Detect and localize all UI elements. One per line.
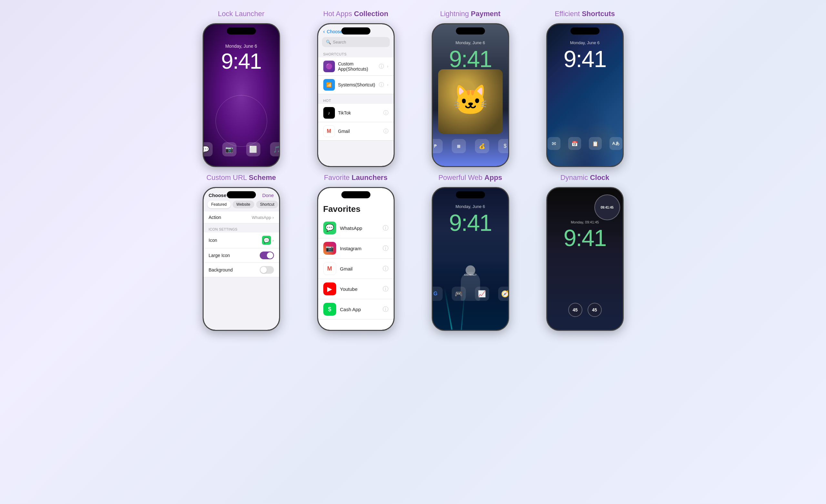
- action-row[interactable]: Action WhatsApp ›: [203, 211, 279, 224]
- webapp-date: Monday, June 6: [456, 204, 485, 209]
- phone-screen-2: ‹ Choose Action 🔍 Search SHORTCUTS 🟣 Cus…: [318, 24, 394, 166]
- card-hot-apps: Hot Apps Collection ‹ Choose Action 🔍 Se…: [302, 10, 410, 167]
- custom-app-name: Custom App(Shortcuts): [338, 61, 375, 72]
- favorites-screen: Favorites 💬 WhatsApp ⓘ 📷 Instagram ⓘ M G…: [318, 188, 394, 330]
- fav-row-instagram[interactable]: 📷 Instagram ⓘ: [318, 238, 394, 259]
- payment-icon-2: ▦: [452, 139, 466, 153]
- phone-screen-7: Monday, June 6 9:41 ANOMALY: [433, 188, 508, 330]
- info-icon-systems: ⓘ: [379, 81, 384, 88]
- lightning-screen: Monday, June 6 9:41 🐱 ₱ ▦ 💰 $: [433, 24, 508, 166]
- card-dynamic-clock: Dynamic Clock 09:41:45 Monday, 09:41:45 …: [531, 174, 639, 331]
- fav-gmail-icon: M: [323, 262, 336, 275]
- arrow-icon-systems: ›: [387, 82, 389, 87]
- card-custom-url: Custom URL Scheme Choose Action Done Fea…: [187, 174, 295, 331]
- dynamic-date: Monday, 09:41:45: [571, 220, 599, 224]
- whatsapp-icon-preview: 💬: [262, 236, 271, 245]
- fav-row-youtube[interactable]: ▶ Youtube ⓘ: [318, 279, 394, 299]
- phone-screen-8: 09:41:45 Monday, 09:41:45 9:41 45 45: [547, 188, 623, 330]
- shortcuts-date: Monday, June 6: [570, 40, 600, 45]
- action-label: Action: [209, 215, 221, 220]
- tab-shortcut[interactable]: Shortcut: [256, 201, 279, 208]
- back-arrow-icon: ‹: [323, 29, 325, 35]
- fav-instagram-name: Instagram: [340, 246, 379, 251]
- fav-instagram-icon: 📷: [323, 242, 336, 255]
- fav-row-whatsapp[interactable]: 💬 WhatsApp ⓘ: [318, 218, 394, 238]
- fav-gmail-info: ⓘ: [383, 265, 389, 272]
- icon-settings-label: ICON SETTINGS: [203, 224, 279, 233]
- dynamic-badge-2: 45: [588, 303, 602, 317]
- card-title-6: Favorite Launchers: [324, 174, 388, 182]
- shortcut-icon-translate: Aあ: [609, 137, 623, 150]
- shortcut-icon-notes: 📋: [589, 137, 602, 150]
- notch-2: [341, 27, 370, 35]
- phone-frame-7: Monday, June 6 9:41 ANOMALY: [432, 187, 509, 331]
- card-favorites: Favorite Launchers Favorites 💬 WhatsApp …: [302, 174, 410, 331]
- card-title-4: Efficient Shortcuts: [555, 10, 615, 18]
- gmail-icon: M: [323, 125, 335, 137]
- phone-frame-4: Monday, June 6 9:41 ✉ 📅 📋 Aあ: [546, 23, 624, 167]
- card-title-7: Powerful Web Apps: [438, 174, 503, 182]
- background-row[interactable]: Background: [203, 263, 279, 277]
- background-toggle[interactable]: [260, 266, 274, 274]
- done-button[interactable]: Done: [262, 192, 274, 198]
- custom-url-screen: Choose Action Done Featured Website Shor…: [203, 188, 279, 330]
- app-row-custom[interactable]: 🟣 Custom App(Shortcuts) ⓘ ›: [318, 57, 394, 76]
- notch-6: [341, 191, 370, 198]
- lightning-time: 9:41: [449, 46, 491, 72]
- webapp-icon-game: 🎮: [452, 287, 466, 301]
- custom-app-icon: 🟣: [323, 61, 335, 72]
- webapp-icon-g: G: [433, 287, 443, 301]
- app-row-systems[interactable]: 📶 Systems(Shortcut) ⓘ ›: [318, 76, 394, 94]
- large-icon-toggle[interactable]: [260, 252, 274, 259]
- info-icon-tiktok: ⓘ: [383, 110, 389, 116]
- tiktok-name: TikTok: [338, 110, 380, 115]
- card-lock-launcher: Lock Launcher Monday, June 6 9:41 💬 📷 ⬜ …: [187, 10, 295, 167]
- fav-youtube-name: Youtube: [340, 286, 379, 292]
- info-icon-gmail: ⓘ: [383, 128, 389, 135]
- background-label: Background: [209, 267, 233, 272]
- lock-icon-whatsapp: 💬: [203, 142, 213, 156]
- card-title-8: Dynamic Clock: [560, 174, 609, 182]
- notch-4: [571, 27, 599, 35]
- icon-row[interactable]: Icon 💬 ›: [203, 233, 279, 248]
- phone-frame-5: Choose Action Done Featured Website Shor…: [202, 187, 280, 331]
- phone-screen-1: Monday, June 6 9:41 💬 📷 ⬜ 🎵: [203, 24, 279, 166]
- large-icon-row[interactable]: Large Icon: [203, 248, 279, 263]
- shortcuts-screen: Monday, June 6 9:41 ✉ 📅 📋 Aあ: [547, 24, 623, 166]
- lock-launcher-screen: Monday, June 6 9:41 💬 📷 ⬜ 🎵: [203, 24, 279, 166]
- fav-instagram-info: ⓘ: [383, 244, 389, 252]
- cat-image: 🐱: [438, 69, 503, 134]
- app-row-tiktok[interactable]: ♪ TikTok ⓘ: [318, 104, 394, 122]
- action-arrow-icon: ›: [272, 215, 274, 220]
- notch-7: [456, 191, 485, 198]
- fav-row-gmail[interactable]: M Gmail ⓘ: [318, 259, 394, 279]
- hot-apps-screen: ‹ Choose Action 🔍 Search SHORTCUTS 🟣 Cus…: [318, 24, 394, 166]
- webapp-icon-compass: 🧭: [498, 287, 508, 301]
- lightning-icons: ₱ ▦ 💰 $: [433, 139, 508, 153]
- tab-featured[interactable]: Featured: [208, 201, 231, 208]
- lock-circle: [216, 95, 267, 147]
- phone-screen-3: Monday, June 6 9:41 🐱 ₱ ▦ 💰 $: [433, 24, 508, 166]
- action-value: WhatsApp ›: [252, 215, 274, 220]
- webapp-icon-chart: 📈: [475, 287, 489, 301]
- dynamic-clock-screen: 09:41:45 Monday, 09:41:45 9:41 45 45: [547, 188, 623, 330]
- dynamic-badge-1: 45: [568, 303, 582, 317]
- tab-website[interactable]: Website: [233, 201, 254, 208]
- phone-screen-4: Monday, June 6 9:41 ✉ 📅 📋 Aあ: [547, 24, 623, 166]
- fav-whatsapp-icon: 💬: [323, 222, 336, 235]
- info-icon-custom: ⓘ: [379, 63, 384, 70]
- lock-date: Monday, June 6: [225, 44, 257, 49]
- fav-row-cashapp[interactable]: $ Cash App ⓘ: [318, 299, 394, 320]
- notch-5: [227, 191, 256, 198]
- arrow-icon-custom: ›: [387, 64, 389, 69]
- app-row-gmail[interactable]: M Gmail ⓘ: [318, 122, 394, 141]
- card-title-5: Custom URL Scheme: [206, 174, 276, 182]
- tiktok-icon: ♪: [323, 107, 335, 119]
- shortcuts-time: 9:41: [564, 46, 606, 72]
- hot-search-bar[interactable]: 🔍 Search: [322, 37, 390, 47]
- search-placeholder: Search: [333, 40, 346, 45]
- notch-1: [227, 27, 256, 35]
- lock-icon-tiktok: 🎵: [270, 142, 279, 156]
- phone-frame-1: Monday, June 6 9:41 💬 📷 ⬜ 🎵: [202, 23, 280, 167]
- payment-icon-1: ₱: [433, 139, 443, 153]
